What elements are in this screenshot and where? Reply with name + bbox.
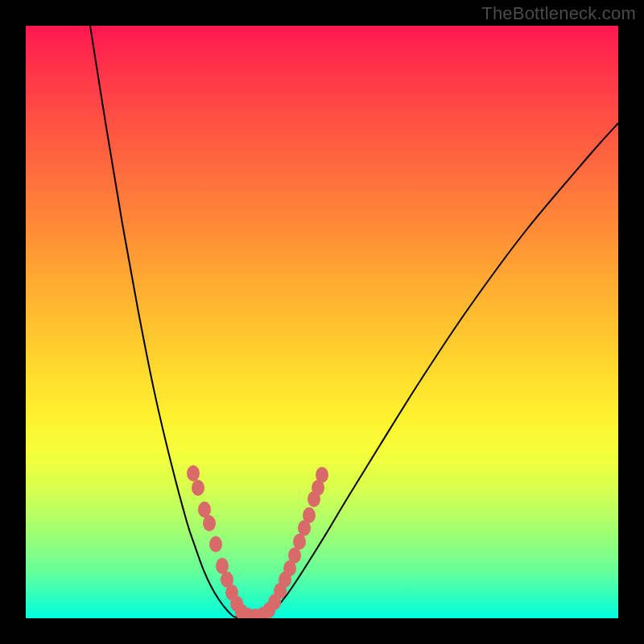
dot [216, 558, 229, 574]
plot-area [26, 26, 618, 618]
right-curve [266, 123, 618, 617]
dot [203, 515, 216, 531]
highlighted-points [187, 465, 328, 618]
dot [316, 467, 328, 483]
chart-stage: TheBottleneck.com [0, 0, 644, 644]
dot [198, 502, 211, 518]
dot [303, 507, 316, 523]
dot [293, 534, 306, 550]
dot [209, 536, 222, 552]
watermark-text: TheBottleneck.com [481, 3, 636, 24]
dot [288, 547, 301, 564]
dot [192, 480, 204, 496]
curve-layer [26, 26, 618, 618]
dot [187, 465, 200, 481]
